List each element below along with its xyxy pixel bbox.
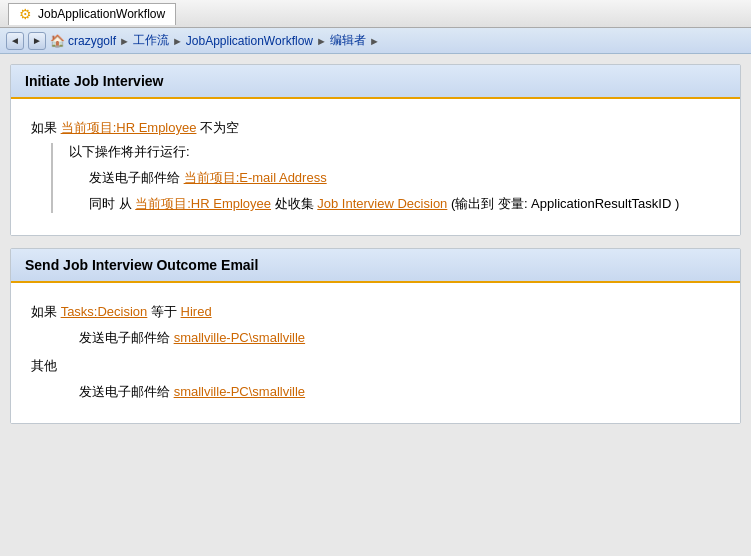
- condition-prefix-1: 如果: [31, 120, 61, 135]
- if-middle: 等于: [147, 304, 180, 319]
- block-1-header: Initiate Job Interview: [11, 65, 740, 99]
- job-interview-decision-link[interactable]: Job Interview Decision: [317, 196, 447, 211]
- block-2-title: Send Job Interview Outcome Email: [25, 257, 258, 273]
- breadcrumb-workflow[interactable]: 工作流: [133, 32, 169, 49]
- breadcrumb-home[interactable]: crazygolf: [68, 34, 116, 48]
- action-2-middle: 处收集: [271, 196, 317, 211]
- tasks-decision-link[interactable]: Tasks:Decision: [61, 304, 148, 319]
- parallel-label: 以下操作将并行运行:: [69, 144, 190, 159]
- hr-employee-link-2[interactable]: 当前项目:HR Employee: [135, 196, 271, 211]
- address-bar: ◄ ► 🏠 crazygolf ► 工作流 ► JobApplicationWo…: [0, 28, 751, 54]
- content-area: Initiate Job Interview 如果 当前项目:HR Employ…: [0, 54, 751, 556]
- condition-suffix-1: 不为空: [196, 120, 239, 135]
- smallville-link-2[interactable]: smallville-PC\smallville: [174, 384, 305, 399]
- title-bar: ⚙ JobApplicationWorkflow: [0, 0, 751, 28]
- breadcrumb-editor[interactable]: 编辑者: [330, 32, 366, 49]
- workflow-block-1: Initiate Job Interview 如果 当前项目:HR Employ…: [10, 64, 741, 236]
- else-action-prefix: 发送电子邮件给: [79, 384, 174, 399]
- if-condition: 如果 Tasks:Decision 等于 Hired: [31, 303, 720, 321]
- if-prefix: 如果: [31, 304, 61, 319]
- smallville-link-1[interactable]: smallville-PC\smallville: [174, 330, 305, 345]
- else-action: 发送电子邮件给 smallville-PC\smallville: [79, 383, 720, 401]
- parallel-header: 以下操作将并行运行:: [69, 143, 720, 161]
- tab-label: JobApplicationWorkflow: [38, 7, 165, 21]
- parallel-block: 以下操作将并行运行: 发送电子邮件给 当前项目:E-mail Address 同…: [51, 143, 720, 213]
- if-action-prefix: 发送电子邮件给: [79, 330, 174, 345]
- block-1-title: Initiate Job Interview: [25, 73, 163, 89]
- action-2-suffix: (输出到 变量: ApplicationResultTaskID ): [447, 196, 679, 211]
- action-1: 发送电子邮件给 当前项目:E-mail Address: [89, 169, 720, 187]
- action-2: 同时 从 当前项目:HR Employee 处收集 Job Interview …: [89, 195, 720, 213]
- block-1-body: 如果 当前项目:HR Employee 不为空 以下操作将并行运行: 发送电子邮…: [11, 99, 740, 235]
- if-action: 发送电子邮件给 smallville-PC\smallville: [79, 329, 720, 347]
- block-2-header: Send Job Interview Outcome Email: [11, 249, 740, 283]
- forward-button[interactable]: ►: [28, 32, 46, 50]
- breadcrumb: 🏠 crazygolf ► 工作流 ► JobApplicationWorkfl…: [50, 32, 380, 49]
- email-address-link[interactable]: 当前项目:E-mail Address: [184, 170, 327, 185]
- action-2-prefix: 同时 从: [89, 196, 135, 211]
- workflow-block-2: Send Job Interview Outcome Email 如果 Task…: [10, 248, 741, 424]
- home-icon: 🏠: [50, 34, 65, 48]
- else-label: 其他: [31, 358, 57, 373]
- action-1-prefix: 发送电子邮件给: [89, 170, 184, 185]
- else-condition: 其他: [31, 357, 720, 375]
- block-2-body: 如果 Tasks:Decision 等于 Hired 发送电子邮件给 small…: [11, 283, 740, 423]
- back-button[interactable]: ◄: [6, 32, 24, 50]
- tab[interactable]: ⚙ JobApplicationWorkflow: [8, 3, 176, 25]
- condition-line-1: 如果 当前项目:HR Employee 不为空: [31, 119, 720, 137]
- breadcrumb-jobapp[interactable]: JobApplicationWorkflow: [186, 34, 313, 48]
- hired-link[interactable]: Hired: [181, 304, 212, 319]
- tab-icon: ⚙: [19, 6, 32, 22]
- hr-employee-link-1[interactable]: 当前项目:HR Employee: [61, 120, 197, 135]
